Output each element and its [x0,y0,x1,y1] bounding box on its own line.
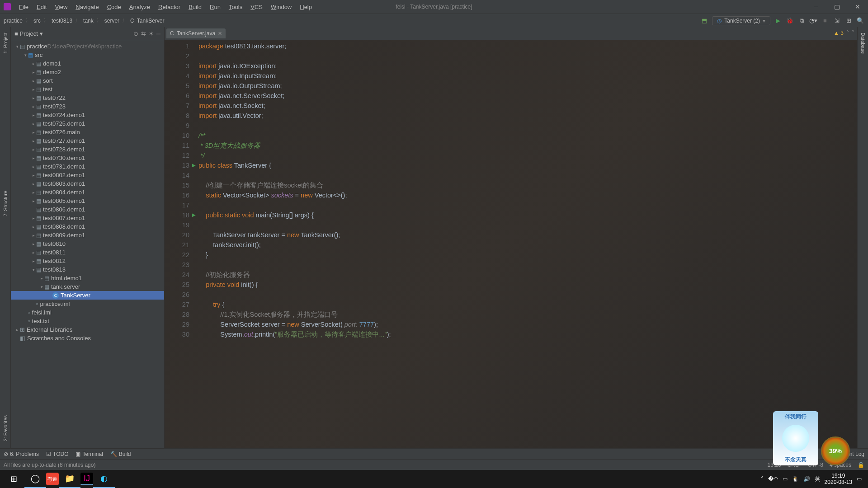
tree-node[interactable]: ▸▤test0808.demo1 [11,222,164,231]
expand-all-icon[interactable]: ⇆ [141,30,146,37]
performance-gauge[interactable]: 39% [821,436,850,465]
close-tab-icon[interactable]: ✕ [218,31,222,37]
menu-view[interactable]: View [51,3,71,11]
menu-tools[interactable]: Tools [225,3,246,11]
tree-node[interactable]: ▸⊞External Libraries [11,325,164,334]
build-icon[interactable]: ⬒ [700,17,708,25]
tree-node[interactable]: ▸▤sort [11,76,164,85]
readonly-lock-icon[interactable]: 🔓 [858,462,864,468]
inspection-down-icon[interactable]: ˅ [852,30,854,36]
minimize-button[interactable]: ─ [806,0,826,14]
breadcrumb[interactable]: practice〉src〉test0813〉tank〉server〉CTankS… [4,17,164,24]
tree-node[interactable]: ▸▤test0809.demo1 [11,231,164,239]
tool-tab-build[interactable]: 🔨 Build [110,451,131,457]
warning-indicator[interactable]: ▲ 3 [834,30,844,36]
tree-node[interactable]: ▸▤test0728.demo1 [11,145,164,154]
search-everywhere-icon[interactable]: 🔍 [856,17,864,25]
tray-volume-icon[interactable]: 🔊 [803,476,810,482]
editor-tab[interactable]: C TankServer.java ✕ [166,28,226,38]
tool-tab-database[interactable]: Database [859,30,867,56]
menu-help[interactable]: Help [296,3,316,11]
tool-tab-todo[interactable]: ☑ TODO [46,451,68,457]
tree-node[interactable]: ▸▤test0812 [11,257,164,265]
tree-node[interactable]: ▸▤test0807.demo1 [11,214,164,222]
profile-button[interactable]: ◔▾ [809,17,817,25]
tool-tab-favorites[interactable]: 2: Favorites [2,413,9,444]
taskbar-explorer-icon[interactable]: 📁 [59,470,80,488]
tree-node[interactable]: ▸▤test0726.main [11,128,164,136]
project-tree[interactable]: ▾▤practice D:\IdeaProjects\feisi\practic… [11,40,164,448]
tree-node[interactable]: ▾▤tank.server [11,282,164,291]
tool-tab-structure[interactable]: 7: Structure [2,188,9,219]
tree-node[interactable]: ▸▤test0810 [11,239,164,248]
menu-analyze[interactable]: Analyze [126,3,154,11]
tool-tab-terminal[interactable]: ▣ Terminal [75,451,103,457]
select-opened-file-icon[interactable]: ⊙ [133,30,138,37]
taskbar-browser-icon[interactable]: ◐ [93,470,115,488]
tree-node[interactable]: ▸▤test0723 [11,102,164,111]
tool-tab-problems[interactable]: ⊘ 6: Problems [4,451,39,457]
tree-node[interactable]: ▸▤test0730.demo1 [11,154,164,162]
tree-node[interactable]: ▸▤html.demo1 [11,274,164,282]
settings-icon[interactable]: ✶ [149,30,154,37]
tree-node[interactable]: ◧Scratches and Consoles [11,334,164,343]
system-tray[interactable]: ˄ �◠ ▭ 🐧 🔊 英 19:19 2020-08-13 ▭ [761,473,865,485]
coverage-button[interactable]: ⧉ [797,17,806,25]
menu-run[interactable]: Run [206,3,224,11]
close-button[interactable]: ✕ [847,0,868,14]
tree-node[interactable]: ▸▤test0805.demo1 [11,197,164,205]
menu-navigate[interactable]: Navigate [72,3,102,11]
stop-button[interactable]: ■ [821,17,829,25]
tray-notifications-icon[interactable]: ▭ [857,476,862,482]
taskbar-intellij-icon[interactable]: IJ [80,473,93,485]
tree-node[interactable]: ▸▤demo1 [11,59,164,68]
tree-node[interactable]: ▤test0806.demo1 [11,205,164,214]
debug-button[interactable]: 🐞 [786,17,794,25]
tree-node[interactable]: ▸▤test [11,85,164,94]
tree-node[interactable]: ▫practice.iml [11,300,164,308]
tree-node[interactable]: CTankServer [11,291,164,300]
tree-node[interactable]: ▫feisi.iml [11,308,164,317]
tree-node[interactable]: ▸▤test0802.demo1 [11,171,164,179]
tree-node[interactable]: ▸▤test0725.demo1 [11,119,164,128]
tree-node[interactable]: ▸▤test0727.demo1 [11,136,164,145]
tree-node[interactable]: ▸▤test0804.demo1 [11,188,164,197]
menu-vcs[interactable]: VCS [247,3,266,11]
tree-node[interactable]: ▸▤test0724.demo1 [11,111,164,119]
menu-edit[interactable]: Edit [33,3,50,11]
taskbar-app-icon[interactable]: 有道 [46,473,59,485]
menu-build[interactable]: Build [185,3,205,11]
menu-window[interactable]: Window [267,3,295,11]
tree-node[interactable]: ▸▤test0731.demo1 [11,162,164,171]
menu-refactor[interactable]: Refactor [155,3,184,11]
run-button[interactable]: ▶ [774,17,782,25]
maximize-button[interactable]: ▢ [826,0,847,14]
menu-file[interactable]: File [15,3,32,11]
run-config-selector[interactable]: ◷ TankServer (2) ▾ [712,16,770,25]
tool-tab-project[interactable]: 1: Project [2,30,9,56]
menu-code[interactable]: Code [104,3,125,11]
run-config-label: TankServer (2) [724,18,760,24]
tray-qq-icon[interactable]: 🐧 [792,476,799,482]
start-button[interactable]: ⊞ [3,470,24,488]
tray-clock[interactable]: 19:19 2020-08-13 [825,473,852,485]
taskbar-chrome-icon[interactable]: ◯ [24,470,46,488]
desktop-widget[interactable]: 伴我同行 不念天真 [773,411,818,465]
ide-settings-icon[interactable]: ⊞ [844,17,853,25]
tree-node[interactable]: ▫test.txt [11,317,164,325]
tray-ime[interactable]: 英 [815,475,820,483]
inspection-up-icon[interactable]: ˄ [846,30,849,36]
tray-chevron-icon[interactable]: ˄ [761,476,764,482]
code-editor[interactable]: 12345678910111213▶1415161718▶19202122232… [165,40,857,448]
tree-node[interactable]: ▾▤src [11,51,164,59]
update-button[interactable]: ⇲ [833,17,841,25]
tree-node[interactable]: ▾▤practice D:\IdeaProjects\feisi\practic… [11,42,164,51]
tray-wifi-icon[interactable]: �◠ [768,476,778,482]
tray-battery-icon[interactable]: ▭ [783,476,788,482]
tree-node[interactable]: ▾▤test0813 [11,265,164,274]
tree-node[interactable]: ▸▤test0803.demo1 [11,179,164,188]
hide-icon[interactable]: ─ [156,30,160,37]
tree-node[interactable]: ▸▤test0722 [11,94,164,102]
tree-node[interactable]: ▸▤test0811 [11,248,164,257]
tree-node[interactable]: ▸▤demo2 [11,68,164,76]
